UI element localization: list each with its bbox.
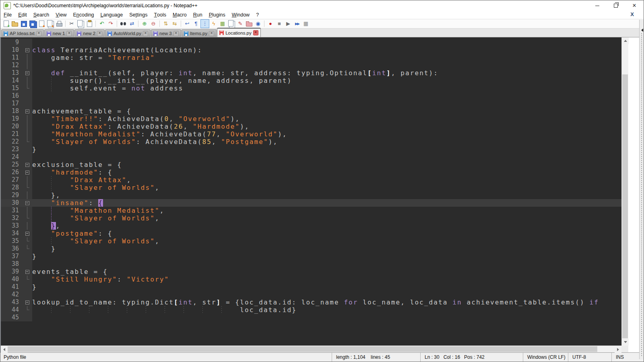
fold-collapse-marker[interactable] bbox=[23, 107, 32, 115]
tab-autoworld-py[interactable]: AutoWorld.py× bbox=[105, 29, 151, 37]
floppy-modified-icon bbox=[219, 31, 224, 35]
stop-recording-icon[interactable]: ■ bbox=[275, 20, 283, 28]
tab-close-icon[interactable]: × bbox=[253, 30, 258, 35]
menu-item-window[interactable]: Window bbox=[229, 11, 253, 19]
replace-icon[interactable]: ⇄ bbox=[128, 20, 136, 28]
menu-item-tools[interactable]: Tools bbox=[151, 11, 169, 19]
cut-icon[interactable]: ✂ bbox=[68, 20, 76, 28]
restore-button[interactable] bbox=[607, 0, 625, 11]
fold-collapse-marker[interactable] bbox=[23, 161, 32, 169]
minimize-icon bbox=[595, 6, 599, 6]
tab-items-py[interactable]: Items.py× bbox=[182, 29, 217, 37]
menu-item-[interactable]: ? bbox=[253, 11, 262, 19]
tab-close-icon[interactable]: × bbox=[66, 31, 72, 36]
tab-new-1[interactable]: new 1× bbox=[44, 29, 74, 37]
toolbar-separator bbox=[65, 21, 66, 27]
find-icon[interactable] bbox=[119, 20, 127, 28]
fold-margin bbox=[23, 222, 32, 230]
menu-item-run[interactable]: Run bbox=[190, 11, 206, 19]
close-button[interactable]: × bbox=[625, 0, 644, 11]
menu-item-file[interactable]: File bbox=[0, 11, 15, 19]
toolbar-separator bbox=[264, 21, 264, 27]
editor-area[interactable]: 910class TerrariaAchievement(Location):1… bbox=[0, 37, 628, 352]
document-list-icon[interactable] bbox=[227, 20, 235, 28]
save-all-icon[interactable] bbox=[29, 20, 37, 28]
line-number: 26 bbox=[1, 169, 23, 176]
run-macro-multiple-icon[interactable]: ▶▶ bbox=[293, 20, 301, 28]
tab-close-icon[interactable]: × bbox=[209, 31, 214, 36]
code-editor[interactable]: 910class TerrariaAchievement(Location):1… bbox=[1, 37, 621, 346]
vertical-scroll-thumb[interactable] bbox=[622, 74, 628, 338]
open-file-icon[interactable] bbox=[11, 20, 19, 28]
show-all-characters-icon[interactable]: ¶ bbox=[192, 20, 200, 28]
tab-close-icon[interactable]: × bbox=[97, 31, 102, 36]
fold-collapse-marker[interactable] bbox=[23, 230, 32, 237]
tab-ap-ideas-txt[interactable]: AP Ideas.txt× bbox=[1, 29, 44, 37]
scroll-up-button[interactable] bbox=[622, 37, 629, 44]
menu-item-settings[interactable]: Settings bbox=[126, 11, 151, 19]
menu-item-search[interactable]: Search bbox=[30, 11, 53, 19]
redo-icon[interactable]: ↷ bbox=[107, 20, 115, 28]
fold-collapse-marker[interactable] bbox=[23, 199, 32, 207]
status-typing-mode[interactable]: INS bbox=[611, 353, 644, 362]
tab-label: AP Ideas.txt bbox=[10, 31, 35, 36]
scroll-right-button[interactable] bbox=[615, 346, 621, 353]
close-all-icon[interactable] bbox=[46, 20, 54, 28]
tab-close-icon[interactable]: × bbox=[36, 31, 41, 36]
new-file-icon[interactable] bbox=[2, 20, 10, 28]
tab-close-icon[interactable]: × bbox=[143, 31, 148, 36]
fold-collapse-marker[interactable] bbox=[23, 69, 32, 77]
menu-item-edit[interactable]: Edit bbox=[15, 11, 30, 19]
menu-bar: FileEditSearchViewEncodingLanguageSettin… bbox=[0, 11, 644, 19]
notepad-plus-plus-window: *C:\Users\Dood\Documents\tmp\Archipelago… bbox=[0, 0, 644, 362]
word-wrap-icon[interactable]: ↩ bbox=[183, 20, 191, 28]
close-file-icon[interactable] bbox=[37, 20, 45, 28]
zoom-out-icon[interactable]: ⊖ bbox=[149, 20, 157, 28]
menu-item-language[interactable]: Language bbox=[97, 11, 126, 19]
document-map-icon[interactable]: ▦ bbox=[219, 20, 227, 28]
menu-item-plugins[interactable]: Plugins bbox=[206, 11, 229, 19]
folder-as-workspace-icon[interactable] bbox=[245, 20, 253, 28]
code-text: } bbox=[32, 253, 621, 260]
horizontal-scroll-thumb[interactable] bbox=[8, 346, 597, 352]
function-list-icon[interactable]: ✎ bbox=[236, 20, 244, 28]
sync-vertical-scroll-icon[interactable]: ⇅ bbox=[162, 20, 170, 28]
fold-margin bbox=[23, 130, 32, 138]
record-macro-icon[interactable]: ● bbox=[266, 20, 275, 28]
sync-horizontal-scroll-icon[interactable]: ⇆ bbox=[171, 20, 179, 28]
undo-icon[interactable]: ↶ bbox=[98, 20, 106, 28]
tab-new-2[interactable]: new 2× bbox=[74, 29, 105, 37]
horizontal-scrollbar[interactable] bbox=[1, 346, 621, 352]
copy-icon[interactable] bbox=[76, 20, 85, 28]
code-line: 26 "hardmode": { bbox=[1, 169, 621, 176]
scroll-down-button[interactable] bbox=[622, 339, 629, 346]
fold-collapse-marker[interactable] bbox=[23, 46, 32, 54]
print-icon[interactable] bbox=[55, 20, 63, 28]
dock-splitter-strip[interactable] bbox=[639, 20, 644, 359]
tab-locations-py[interactable]: Locations.py× bbox=[217, 28, 261, 37]
status-encoding: UTF-8 bbox=[568, 353, 611, 362]
fold-collapse-marker[interactable] bbox=[23, 298, 32, 306]
menu-item-macro[interactable]: Macro bbox=[169, 11, 190, 19]
vertical-scrollbar[interactable] bbox=[621, 37, 628, 346]
play-macro-icon[interactable]: ▶ bbox=[284, 20, 292, 28]
monitoring-icon[interactable]: ◉ bbox=[254, 20, 262, 28]
tab-label: Items.py bbox=[190, 31, 207, 36]
tab-close-icon[interactable]: × bbox=[173, 31, 179, 36]
save-icon[interactable] bbox=[20, 20, 28, 28]
line-number: 38 bbox=[1, 260, 23, 268]
menu-item-view[interactable]: View bbox=[52, 11, 70, 19]
paste-icon[interactable] bbox=[85, 20, 93, 28]
close-document-x-button[interactable]: X bbox=[630, 11, 634, 17]
scroll-left-button[interactable] bbox=[1, 346, 8, 353]
tab-new-3[interactable]: new 3× bbox=[151, 29, 181, 37]
menu-item-encoding[interactable]: Encoding bbox=[70, 11, 97, 19]
fold-collapse-marker[interactable] bbox=[23, 169, 32, 176]
fold-margin bbox=[23, 276, 32, 283]
zoom-in-icon[interactable]: ⊕ bbox=[140, 20, 149, 28]
fold-collapse-marker[interactable] bbox=[23, 268, 32, 276]
user-defined-language-icon[interactable]: ϟ bbox=[210, 20, 218, 28]
minimize-button[interactable] bbox=[588, 0, 607, 11]
show-indent-guide-icon[interactable]: ⋮ bbox=[201, 20, 209, 28]
save-macro-icon[interactable]: ▦ bbox=[302, 20, 310, 28]
